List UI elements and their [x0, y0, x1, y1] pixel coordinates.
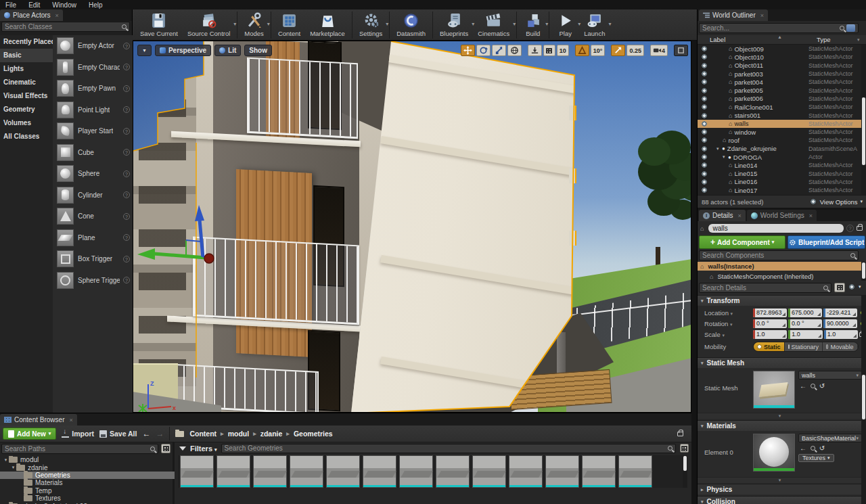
- components-scrollbar[interactable]: [861, 262, 866, 281]
- outliner-row[interactable]: ⌂Object011StaticMeshActor: [698, 62, 866, 70]
- category-visual-effects[interactable]: Visual Effects: [0, 89, 53, 103]
- sort-asc-icon[interactable]: ▲: [777, 35, 782, 39]
- outliner-row[interactable]: ⌂Line017StaticMeshActor: [698, 186, 866, 194]
- chevron-down-icon[interactable]: ▾: [233, 21, 236, 27]
- folder-Materials[interactable]: Materials: [0, 479, 175, 486]
- outliner-view-options-button[interactable]: View Options ▾: [809, 198, 863, 206]
- visibility-eye-icon[interactable]: [700, 96, 708, 101]
- column-type[interactable]: Type: [817, 36, 831, 43]
- place-actor-item[interactable]: Player Start?: [53, 120, 133, 142]
- expander-icon[interactable]: ▾: [716, 146, 722, 152]
- grid-snap-button[interactable]: [543, 45, 555, 56]
- open-folder-icon[interactable]: [175, 431, 184, 437]
- datasmith-button[interactable]: Datasmith: [392, 10, 430, 40]
- close-icon[interactable]: ×: [69, 417, 72, 423]
- static-mesh-combo[interactable]: walls▾: [798, 371, 862, 380]
- place-actor-item[interactable]: Sphere Trigger?: [53, 270, 133, 292]
- details-scrollbar[interactable]: [861, 295, 866, 504]
- tab-world-outliner[interactable]: World Outliner ×: [699, 9, 768, 21]
- category-volumes[interactable]: Volumes: [0, 116, 53, 130]
- visibility-eye-icon[interactable]: [700, 179, 708, 185]
- visibility-eye-icon[interactable]: [700, 46, 708, 51]
- tab-details[interactable]: i Details ×: [699, 210, 746, 221]
- outliner-row[interactable]: ⌂windowStaticMeshActor: [698, 128, 866, 136]
- outliner-row[interactable]: ▾●DOROGAActor: [698, 153, 866, 161]
- breadcrumb-zdanie[interactable]: zdanie: [260, 430, 283, 438]
- surface-snap-button[interactable]: [528, 45, 542, 56]
- outliner-row[interactable]: ⌂Object010StaticMeshActor: [698, 53, 866, 61]
- lit-button[interactable]: Lit: [214, 45, 241, 56]
- asset-thumbnail[interactable]: [180, 455, 214, 488]
- property-matrix-button[interactable]: [834, 283, 845, 292]
- content-button[interactable]: Content: [273, 10, 305, 40]
- visibility-eye-icon[interactable]: [700, 137, 708, 143]
- transform-section-header[interactable]: ▾ Transform: [698, 295, 866, 306]
- sources-toggle-button[interactable]: [161, 444, 170, 453]
- actor-name-field[interactable]: walls: [708, 224, 844, 233]
- settings-button[interactable]: Settings ▾: [355, 10, 387, 40]
- asset-thumbnail[interactable]: [582, 455, 616, 488]
- location-y-field[interactable]: 675.000: [788, 308, 822, 317]
- outliner-row[interactable]: ⌂Line015StaticMeshActor: [698, 169, 866, 177]
- physics-section-header[interactable]: ▸ Physics: [698, 484, 866, 495]
- expander-icon[interactable]: ▾: [723, 154, 728, 160]
- component-staticmesh-inherited[interactable]: ⌂ StaticMeshComponent (Inherited): [698, 272, 862, 281]
- chevron-down-icon[interactable]: ▾: [267, 21, 270, 27]
- add-actor-icon[interactable]: [846, 24, 855, 32]
- outliner-row[interactable]: ⌂Object009StaticMeshActor: [698, 45, 866, 53]
- search-paths-input[interactable]: Search Paths: [1, 444, 158, 454]
- asset-thumbnail[interactable]: [472, 455, 506, 488]
- category-lights[interactable]: Lights: [0, 62, 53, 76]
- cinematics-button[interactable]: Cinematics ▾: [473, 10, 514, 40]
- place-actor-item[interactable]: Empty Character?: [53, 57, 133, 78]
- show-button[interactable]: Show: [244, 45, 272, 56]
- browse-icon[interactable]: [808, 444, 817, 452]
- chevron-down-icon[interactable]: ▾: [386, 21, 388, 27]
- folder-modul[interactable]: ▾modul: [0, 456, 175, 463]
- close-icon[interactable]: ×: [55, 12, 59, 19]
- move-tool-button[interactable]: [461, 45, 475, 56]
- advanced-expander[interactable]: ▾: [698, 413, 862, 419]
- menu-window[interactable]: Window: [52, 1, 76, 9]
- scale-y-field[interactable]: 1.0: [788, 330, 822, 339]
- material-thumbnail[interactable]: [753, 434, 795, 472]
- place-actor-item[interactable]: Sphere?: [53, 163, 133, 185]
- visibility-eye-icon[interactable]: [700, 146, 708, 152]
- rotation-y-field[interactable]: 0.0 °: [788, 319, 822, 328]
- outliner-row[interactable]: ⌂Line016StaticMeshActor: [698, 178, 866, 186]
- visibility-eye-icon[interactable]: [700, 63, 708, 68]
- menu-edit[interactable]: Edit: [28, 1, 40, 9]
- asset-thumbnail[interactable]: [399, 455, 433, 488]
- visibility-eye-icon[interactable]: [700, 162, 708, 168]
- chevron-down-icon[interactable]: ▾: [545, 21, 548, 27]
- location-z-field[interactable]: -229.421: [823, 308, 857, 317]
- chevron-down-icon[interactable]: ▾: [513, 21, 516, 27]
- reset-icon[interactable]: ↺: [817, 444, 827, 452]
- place-actor-item[interactable]: Empty Pawn?: [53, 78, 133, 99]
- expander-icon[interactable]: ▾: [3, 457, 9, 463]
- outliner-search-input[interactable]: Search...: [699, 23, 859, 33]
- outliner-row[interactable]: ⌂parket005StaticMeshActor: [698, 86, 866, 94]
- modes-button[interactable]: Modes ▾: [240, 10, 269, 40]
- breadcrumb-modul[interactable]: modul: [228, 430, 250, 438]
- scale-snap-button[interactable]: [611, 45, 625, 56]
- rotation-z-field[interactable]: 90.0000: [823, 319, 857, 328]
- place-actor-item[interactable]: Cube?: [53, 142, 133, 164]
- column-label[interactable]: Label: [710, 36, 725, 43]
- outliner-row[interactable]: ⌂parket006StaticMeshActor: [698, 95, 866, 103]
- breadcrumb-content[interactable]: Content: [189, 430, 216, 438]
- static-mesh-thumbnail[interactable]: [753, 371, 795, 409]
- import-button[interactable]: Import: [62, 430, 94, 438]
- visibility-eye-icon[interactable]: [700, 129, 708, 135]
- play-button[interactable]: Play ▾: [551, 10, 579, 40]
- forward-button[interactable]: →: [156, 429, 164, 438]
- outliner-row[interactable]: ▾●Zdanie_okrujenieDatasmithSceneA: [698, 145, 866, 153]
- maximize-viewport-button[interactable]: [674, 45, 688, 56]
- visibility-eye-icon[interactable]: [700, 187, 708, 193]
- expander-icon[interactable]: ▾: [10, 465, 16, 470]
- reset-icon[interactable]: ↺: [817, 382, 827, 390]
- chevron-down-icon[interactable]: ▾: [608, 21, 611, 27]
- search-assets-input[interactable]: Search Geometries: [221, 444, 676, 453]
- launch-button[interactable]: Launch ▾: [579, 10, 610, 40]
- place-actor-item[interactable]: Cylinder?: [53, 185, 133, 206]
